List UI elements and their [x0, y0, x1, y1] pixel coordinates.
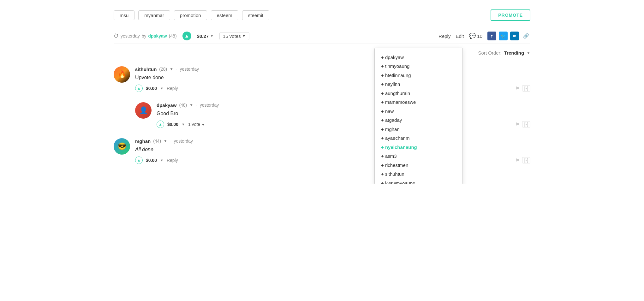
- post-time: ⏱ yesterday by dpakyaw (48): [114, 33, 177, 39]
- flag-icon[interactable]: ⚑: [515, 121, 520, 127]
- author-rep: (48): [169, 33, 177, 38]
- comment-dot: ·: [196, 102, 197, 108]
- sort-label: Sort Order:: [478, 50, 502, 56]
- comment-actions: ▲$0.00▼Reply⚑[-]: [135, 85, 530, 92]
- comment-flag-area: ⚑[-]: [515, 85, 530, 91]
- flag-icon[interactable]: ⚑: [515, 86, 520, 91]
- comment-time: yesterday: [180, 67, 199, 72]
- author-dropdown-arrow[interactable]: ▼: [189, 103, 193, 107]
- by-label: by: [142, 33, 146, 38]
- comment-text: All done: [135, 146, 530, 153]
- voter-item: + dpakyaw: [381, 53, 456, 62]
- sort-value[interactable]: Trending: [504, 50, 524, 56]
- tag-item[interactable]: msu: [114, 10, 134, 20]
- comment-payout: $0.00: [146, 86, 157, 91]
- avatar: 👤: [135, 102, 152, 119]
- twitter-icon[interactable]: 🐦: [499, 32, 508, 40]
- votes-label: 16 votes: [223, 33, 241, 39]
- votes-badge[interactable]: 16 votes ▼ + dpakyaw+ tinmyoaung+ htetli…: [219, 32, 249, 40]
- comment-header: sithuhtun(28)▼·yesterday: [135, 66, 530, 72]
- comment-payout-arrow[interactable]: ▼: [160, 158, 164, 162]
- votes-arrow: ▼: [242, 34, 246, 38]
- tag-item[interactable]: myanmar: [138, 10, 170, 20]
- comment-upvote-button[interactable]: ▲: [157, 121, 164, 128]
- comment-author[interactable]: dpakyaw: [157, 103, 176, 108]
- tags-row: msumyanmarpromotionesteemsteemit PROMOTE: [114, 9, 530, 21]
- flag-icon[interactable]: ⚑: [515, 157, 520, 163]
- voter-item: + tinmyoaung: [381, 62, 456, 71]
- comment-dot: ·: [176, 66, 177, 72]
- comment-reply-link[interactable]: Reply: [167, 86, 178, 91]
- facebook-icon[interactable]: f: [487, 32, 496, 40]
- comments-count: 💬 10: [469, 32, 482, 39]
- voter-item: + nyeichanaung: [381, 143, 456, 152]
- comment-body: mghan(44)▼·yesterdayAll done▲$0.00▼Reply…: [135, 138, 530, 164]
- voter-item: + atgaday: [381, 116, 456, 125]
- comment-item: 🔥sithuhtun(28)▼·yesterdayUpvote done▲$0.…: [114, 66, 530, 92]
- comment-header: dpakyaw(48)▼·yesterday: [157, 102, 530, 108]
- author-dropdown-arrow[interactable]: ▼: [164, 139, 167, 143]
- voter-item: + sithuhtun: [381, 170, 456, 179]
- comment-item: 👤dpakyaw(48)▼·yesterdayGood Bro▲$0.00▼1 …: [135, 102, 530, 128]
- upvote-button[interactable]: ▲: [182, 32, 191, 40]
- promote-button[interactable]: PROMOTE: [491, 9, 530, 21]
- author-rep: (44): [153, 139, 161, 144]
- comment-upvote-button[interactable]: ▲: [135, 85, 143, 92]
- comment-text: Good Bro: [157, 110, 530, 117]
- meta-row: ⏱ yesterday by dpakyaw (48) ▲ $0.27 ▼ 16…: [114, 28, 530, 44]
- voter-item: + mamamoeswe: [381, 98, 456, 107]
- comment-bubble-icon: 💬: [469, 32, 476, 39]
- voter-item: + htetlinnaung: [381, 71, 456, 80]
- tag-item[interactable]: steemit: [242, 10, 269, 20]
- comment-actions: ▲$0.00▼1 vote ▼⚑[-]: [157, 121, 530, 128]
- payout-arrow: ▼: [210, 34, 214, 38]
- voter-item: + richestmen: [381, 161, 456, 170]
- clock-icon: ⏱: [114, 33, 119, 39]
- tags-list: msumyanmarpromotionesteemsteemit: [114, 10, 269, 20]
- meta-actions: Reply Edit 💬 10 f 🐦 in 🔗: [438, 32, 530, 40]
- comment-author[interactable]: mghan: [135, 139, 151, 144]
- comment-payout-arrow[interactable]: ▼: [160, 86, 164, 90]
- payout-value: $0.27: [197, 33, 209, 39]
- link-icon[interactable]: 🔗: [522, 32, 530, 40]
- voter-item: + naw: [381, 107, 456, 116]
- comment-upvote-button[interactable]: ▲: [135, 156, 143, 164]
- social-icons: f 🐦 in 🔗: [487, 32, 530, 40]
- linkedin-icon[interactable]: in: [510, 32, 519, 40]
- votes-dropdown: + dpakyaw+ tinmyoaung+ htetlinnaung+ nay…: [374, 48, 463, 184]
- voter-item: + mghan: [381, 125, 456, 134]
- comment-payout-arrow[interactable]: ▼: [182, 122, 185, 126]
- comment-time: yesterday: [200, 103, 219, 108]
- payout-display[interactable]: $0.27 ▼: [197, 33, 214, 39]
- post-author[interactable]: dpakyaw: [148, 33, 167, 38]
- time-label: yesterday: [121, 33, 140, 38]
- comment-header: mghan(44)▼·yesterday: [135, 138, 530, 144]
- comment-dot: ·: [170, 138, 171, 144]
- comment-payout: $0.00: [146, 158, 157, 163]
- comments-section: 🔥sithuhtun(28)▼·yesterdayUpvote done▲$0.…: [114, 63, 530, 164]
- reply-link[interactable]: Reply: [438, 33, 450, 39]
- comment-body: dpakyaw(48)▼·yesterdayGood Bro▲$0.00▼1 v…: [157, 102, 530, 128]
- comment-author[interactable]: sithuhtun: [135, 67, 157, 72]
- comment-reply-link[interactable]: Reply: [167, 158, 178, 163]
- hide-button[interactable]: [-]: [522, 85, 530, 91]
- edit-link[interactable]: Edit: [456, 33, 464, 39]
- tag-item[interactable]: promotion: [174, 10, 207, 20]
- tag-item[interactable]: esteem: [211, 10, 238, 20]
- comment-item: 😎mghan(44)▼·yesterdayAll done▲$0.00▼Repl…: [114, 138, 530, 164]
- hide-button[interactable]: [-]: [522, 121, 530, 127]
- sort-arrow[interactable]: ▼: [527, 51, 530, 55]
- comment-votes[interactable]: 1 vote ▼: [188, 122, 205, 127]
- comment-time: yesterday: [174, 139, 193, 144]
- voter-item: + asm3: [381, 152, 456, 161]
- hide-button[interactable]: [-]: [522, 157, 530, 163]
- author-rep: (28): [159, 67, 167, 72]
- comment-body: sithuhtun(28)▼·yesterdayUpvote done▲$0.0…: [135, 66, 530, 92]
- comments-number: 10: [477, 33, 482, 39]
- author-dropdown-arrow[interactable]: ▼: [170, 67, 173, 71]
- avatar: 🔥: [114, 66, 130, 83]
- sort-row: Sort Order: Trending ▼: [114, 50, 530, 56]
- voter-item: + naylinn: [381, 80, 456, 89]
- voter-item: + kyawmyoaung: [381, 179, 456, 184]
- comment-flag-area: ⚑[-]: [515, 121, 530, 127]
